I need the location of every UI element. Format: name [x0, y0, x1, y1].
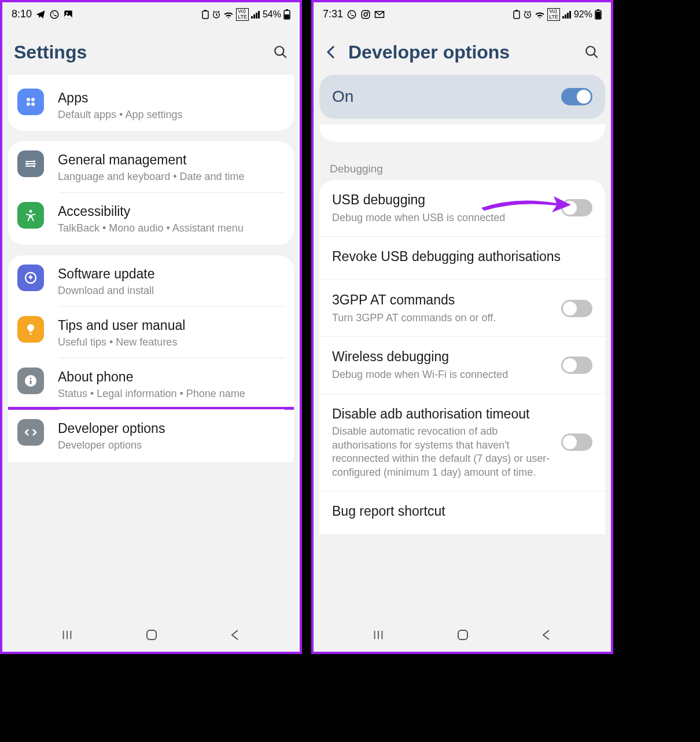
signal-icon — [251, 10, 260, 19]
about-icon — [17, 368, 44, 394]
wireless-debugging-switch[interactable] — [561, 357, 592, 374]
master-toggle-switch[interactable] — [561, 88, 592, 105]
svg-point-41 — [586, 47, 595, 56]
usb-debugging-switch[interactable] — [561, 199, 592, 216]
svg-rect-32 — [515, 10, 518, 11]
option-wireless-debugging[interactable]: Wireless debugging Debug mode when Wi-Fi… — [319, 337, 605, 394]
svg-rect-31 — [514, 11, 520, 19]
nav-recent-icon[interactable] — [372, 629, 385, 641]
status-time: 8:10 — [12, 8, 32, 20]
svg-point-19 — [26, 163, 28, 165]
master-toggle-bar[interactable]: On — [319, 75, 605, 119]
whatsapp-icon — [49, 9, 60, 20]
3gpp-at-switch[interactable] — [561, 300, 592, 317]
svg-point-17 — [31, 102, 35, 106]
accessibility-icon — [17, 202, 44, 229]
master-toggle-label: On — [332, 87, 353, 106]
option-bug-report[interactable]: Bug report shortcut — [319, 491, 605, 534]
option-title: Wireless debugging — [332, 348, 552, 366]
svg-rect-37 — [569, 11, 571, 19]
svg-rect-34 — [562, 16, 564, 19]
settings-card-system: Software update Download and install Tip… — [8, 255, 294, 462]
adb-timeout-switch[interactable] — [561, 434, 592, 451]
battery-icon — [283, 9, 290, 20]
svg-point-24 — [30, 378, 32, 380]
row-sub: Useful tips • New features — [58, 336, 285, 349]
settings-header: Settings — [2, 24, 300, 75]
svg-rect-3 — [202, 11, 208, 19]
phone-developer-options: 7:31 Vo)LTE 92% Developer options On Deb… — [311, 0, 613, 654]
option-adb-timeout[interactable]: Disable adb authorisation timeout Disabl… — [319, 394, 605, 491]
settings-row-developer[interactable]: Developer options Developer options — [8, 410, 294, 461]
general-icon — [17, 150, 44, 177]
svg-rect-9 — [258, 11, 260, 19]
page-title: Settings — [14, 42, 273, 63]
settings-row-general[interactable]: General management Language and keyboard… — [8, 141, 294, 193]
svg-point-21 — [30, 210, 32, 213]
gmail-icon — [374, 10, 385, 19]
option-usb-debugging[interactable]: USB debugging Debug mode when USB is con… — [319, 180, 605, 237]
settings-row-apps[interactable]: Apps Default apps • App settings — [8, 79, 294, 131]
option-sub: Debug mode when Wi-Fi is connected — [332, 368, 552, 381]
back-icon[interactable] — [325, 44, 338, 60]
instagram-icon — [360, 9, 371, 20]
nav-recent-icon[interactable] — [61, 629, 73, 641]
svg-rect-42 — [458, 630, 467, 640]
settings-row-about[interactable]: About phone Status • Legal information •… — [8, 358, 294, 410]
row-title: Apps — [58, 90, 285, 107]
settings-card-apps: Apps Default apps • App settings — [8, 75, 294, 131]
row-title: General management — [58, 152, 285, 169]
svg-rect-25 — [30, 380, 32, 384]
option-3gpp-at[interactable]: 3GPP AT commands Turn 3GPP AT commands o… — [319, 280, 605, 337]
svg-rect-8 — [256, 13, 257, 19]
option-title: Revoke USB debugging authorisations — [332, 248, 592, 266]
svg-point-13 — [275, 47, 283, 56]
svg-rect-12 — [285, 14, 289, 19]
alarm-icon — [523, 10, 532, 19]
nav-bar — [2, 618, 300, 652]
svg-point-27 — [348, 10, 356, 19]
settings-row-tips[interactable]: Tips and user manual Useful tips • New f… — [8, 307, 294, 358]
svg-point-16 — [27, 102, 30, 106]
option-revoke-auth[interactable]: Revoke USB debugging authorisations — [319, 237, 605, 280]
settings-row-accessibility[interactable]: Accessibility TalkBack • Mono audio • As… — [8, 193, 294, 244]
row-sub: Language and keyboard • Date and time — [58, 170, 285, 183]
wifi-icon — [535, 10, 545, 19]
option-title: 3GPP AT commands — [332, 292, 552, 309]
option-title: USB debugging — [332, 192, 552, 209]
row-sub: Developer options — [58, 439, 285, 452]
apps-icon — [17, 89, 44, 115]
row-sub: Download and install — [58, 284, 285, 297]
telegram-icon — [35, 9, 46, 20]
alarm-icon — [212, 10, 221, 19]
settings-row-software[interactable]: Software update Download and install — [8, 255, 294, 307]
svg-point-14 — [27, 98, 30, 101]
svg-rect-11 — [286, 9, 288, 10]
row-sub: Status • Legal information • Phone name — [58, 387, 285, 401]
tips-icon — [17, 316, 44, 343]
row-title: Accessibility — [58, 203, 285, 221]
row-title: Software update — [58, 266, 285, 283]
row-sub: TalkBack • Mono audio • Assistant menu — [58, 222, 285, 235]
svg-point-18 — [33, 160, 35, 163]
option-sub: Disable automatic revocation of adb auth… — [332, 425, 552, 479]
picture-icon — [63, 9, 73, 20]
nav-home-icon[interactable] — [145, 628, 159, 642]
search-icon[interactable] — [273, 45, 288, 60]
nav-back-icon[interactable] — [230, 629, 241, 641]
row-sub: Default apps • App settings — [58, 108, 285, 122]
row-title: About phone — [58, 369, 285, 386]
svg-rect-6 — [251, 16, 253, 19]
whatsapp-icon — [347, 9, 357, 20]
svg-rect-39 — [597, 9, 599, 10]
settings-card-general: General management Language and keyboard… — [8, 141, 294, 245]
svg-point-2 — [66, 12, 68, 14]
option-sub: Turn 3GPP AT commands on or off. — [332, 311, 552, 325]
status-bar: 7:31 Vo)LTE 92% — [314, 2, 611, 24]
battery-percent: 92% — [574, 9, 592, 20]
nav-home-icon[interactable] — [456, 628, 470, 642]
row-title: Tips and user manual — [58, 317, 285, 335]
svg-rect-35 — [565, 14, 566, 19]
search-icon[interactable] — [584, 45, 599, 60]
nav-back-icon[interactable] — [541, 629, 552, 641]
